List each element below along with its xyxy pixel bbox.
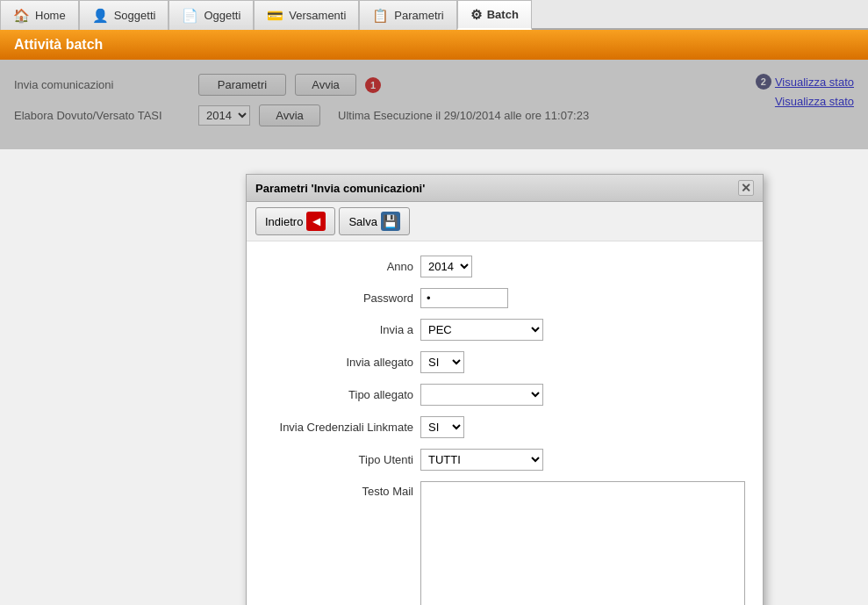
password-input[interactable]	[420, 288, 508, 308]
page-title-bar: Attività batch	[0, 30, 868, 60]
soggetti-icon: 👤	[92, 8, 109, 24]
oggetti-icon: 📄	[182, 8, 198, 24]
tab-versamenti[interactable]: 💳 Versamenti	[254, 0, 359, 30]
modal-dialog: Parametri 'Invia comunicazioni' ✕ Indiet…	[246, 174, 764, 605]
tab-oggetti-label: Oggetti	[204, 9, 240, 22]
salva-button[interactable]: Salva 💾	[339, 207, 410, 235]
modal-body: Anno 2014 2013 2012 Password Invia a	[247, 241, 763, 605]
indietro-button[interactable]: Indietro ◀	[255, 207, 335, 235]
testo-mail-label: Testo Mail	[264, 481, 413, 498]
modal-row-anno: Anno 2014 2013 2012	[264, 256, 745, 277]
salva-label: Salva	[348, 215, 377, 228]
modal-close-button[interactable]: ✕	[738, 180, 754, 196]
testo-mail-textarea[interactable]	[420, 481, 745, 605]
invia-allegato-select[interactable]: SI NO	[420, 351, 464, 373]
parametri-icon: 📋	[372, 8, 389, 24]
tab-oggetti[interactable]: 📄 Oggetti	[169, 0, 254, 30]
modal-toolbar: Indietro ◀ Salva 💾	[247, 202, 763, 241]
modal-row-invia-allegato: Invia allegato SI NO	[264, 351, 745, 373]
tab-soggetti-label: Soggetti	[114, 9, 156, 22]
tipo-allegato-select[interactable]	[420, 384, 543, 406]
modal-row-tipo-utenti: Tipo Utenti TUTTI Persone fisiche Person…	[264, 449, 745, 471]
tab-batch[interactable]: ⚙ Batch	[457, 0, 532, 30]
tab-batch-label: Batch	[487, 8, 519, 21]
tab-soggetti[interactable]: 👤 Soggetti	[79, 0, 169, 30]
main-area: Invia comunicazioni Parametri Avvia 1 El…	[0, 60, 868, 149]
home-icon: 🏠	[13, 8, 30, 24]
tab-versamenti-label: Versamenti	[289, 9, 346, 22]
batch-icon: ⚙	[470, 7, 482, 23]
tipo-utenti-select[interactable]: TUTTI Persone fisiche Persone giuridiche	[420, 449, 543, 471]
tab-home-label: Home	[35, 9, 66, 22]
modal-row-testo-mail: Testo Mail	[264, 481, 745, 605]
nav-bar: 🏠 Home 👤 Soggetti 📄 Oggetti 💳 Versamenti…	[0, 0, 868, 30]
modal-overlay	[0, 60, 868, 149]
modal-row-invia-a: Invia a PEC Email Tutti	[264, 319, 745, 341]
invia-credenziali-select[interactable]: SI NO	[420, 416, 464, 438]
tipo-utenti-label: Tipo Utenti	[264, 453, 413, 466]
page-content: Attività batch Invia comunicazioni Param…	[0, 30, 868, 605]
page-title: Attività batch	[14, 37, 103, 52]
modal-row-password: Password	[264, 288, 745, 308]
versamenti-icon: 💳	[267, 8, 283, 24]
modal-title: Parametri 'Invia comunicazioni'	[255, 182, 425, 195]
password-label: Password	[264, 292, 413, 305]
modal-titlebar: Parametri 'Invia comunicazioni' ✕	[247, 175, 763, 202]
modal-row-invia-credenziali: Invia Credenziali Linkmate SI NO	[264, 416, 745, 438]
invia-allegato-label: Invia allegato	[264, 356, 413, 369]
save-icon: 💾	[381, 212, 400, 231]
invia-a-select[interactable]: PEC Email Tutti	[420, 319, 543, 341]
tipo-allegato-label: Tipo allegato	[264, 388, 413, 401]
tab-parametri-label: Parametri	[394, 9, 443, 22]
indietro-label: Indietro	[265, 215, 303, 228]
anno-label: Anno	[264, 260, 413, 273]
back-icon: ◀	[306, 212, 326, 231]
modal-row-tipo-allegato: Tipo allegato	[264, 384, 745, 406]
invia-credenziali-label: Invia Credenziali Linkmate	[264, 421, 413, 434]
tab-home[interactable]: 🏠 Home	[0, 0, 79, 30]
anno-select[interactable]: 2014 2013 2012	[420, 256, 472, 277]
tab-parametri[interactable]: 📋 Parametri	[359, 0, 456, 30]
invia-a-label: Invia a	[264, 323, 413, 336]
